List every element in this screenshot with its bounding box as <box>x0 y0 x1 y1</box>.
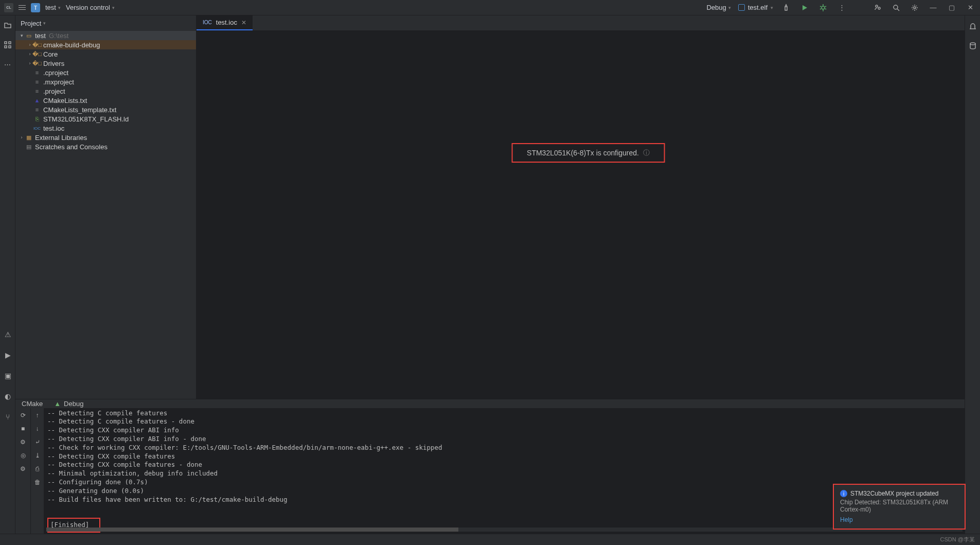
search-button[interactable] <box>890 2 902 13</box>
console-scrollbar[interactable] <box>46 528 963 532</box>
console-output[interactable]: -- Detecting C compile features-- Detect… <box>44 408 965 534</box>
structure-tool-button[interactable] <box>3 40 12 49</box>
project-badge: T <box>31 3 40 12</box>
tree-item-label: test.ioc <box>43 125 64 132</box>
tree-item-icon: ≡ <box>33 69 41 76</box>
more-tools-button[interactable]: ⋯ <box>3 60 12 69</box>
help-icon[interactable]: ⓘ <box>643 148 650 157</box>
tree-item-cmake-build-debug[interactable]: ›�□cmake-build-debug <box>15 40 196 49</box>
tree-item-icon: ≡ <box>33 88 41 94</box>
tree-item-label: STM32L051K8TX_FLASH.ld <box>43 115 129 123</box>
svg-point-2 <box>878 7 880 9</box>
project-view-dropdown[interactable]: Project ▾ <box>21 20 46 27</box>
console-line: -- Detecting CXX compile features <box>47 452 961 461</box>
tree-item--mxproject[interactable]: ≡.mxproject <box>15 77 196 86</box>
chevron-down-icon: ▾ <box>43 21 46 26</box>
tree-item-external-libraries[interactable]: ›▦External Libraries <box>15 133 196 142</box>
run-mode-dropdown[interactable]: Debug ▾ <box>706 4 730 11</box>
tree-item--project[interactable]: ≡.project <box>15 86 196 96</box>
tree-item-label: CMakeLists_template.txt <box>43 106 116 114</box>
watermark: CSDN @李某 <box>940 536 975 543</box>
tree-item-stm32l051k8tx-flash-ld[interactable]: ⎘STM32L051K8TX_FLASH.ld <box>15 114 196 124</box>
tree-item-icon: ≡ <box>33 107 41 113</box>
project-tool-button[interactable] <box>3 21 12 30</box>
config-icon <box>738 4 745 11</box>
tree-item-core[interactable]: ›�□Core <box>15 49 196 59</box>
tree-arrow-icon: › <box>19 135 25 140</box>
tab-test-ioc[interactable]: IOC test.ioc ✕ <box>197 15 253 30</box>
svg-rect-6 <box>9 42 11 44</box>
target-button[interactable]: ◎ <box>19 451 27 460</box>
tree-item-path: G:\test <box>49 32 68 40</box>
database-tool-button[interactable] <box>968 41 977 50</box>
settings-button[interactable] <box>909 2 920 13</box>
problems-button[interactable]: ⚠ <box>3 329 13 340</box>
console-line: -- Check for working CXX compiler: E:/to… <box>47 444 961 452</box>
editor-status-message: STM32L051K(6-8)Tx is configured. ⓘ <box>511 143 665 163</box>
info-icon: i <box>840 490 847 497</box>
git-button[interactable]: ⑂ <box>3 412 13 422</box>
code-with-me-button[interactable] <box>872 2 883 13</box>
terminal-button[interactable]: ▣ <box>3 371 13 381</box>
console-line: -- Detecting C compile features <box>47 409 961 418</box>
debug-button[interactable] <box>817 2 829 13</box>
up-button[interactable]: ↑ <box>33 411 42 419</box>
debug-tab[interactable]: ▲ Debug <box>54 400 83 408</box>
tree-item-test[interactable]: ▾▭testG:\test <box>15 31 196 40</box>
tree-item-label: .cproject <box>43 69 68 77</box>
app-logo: CL <box>4 3 13 12</box>
project-name: test <box>45 4 56 11</box>
project-dropdown[interactable]: test ▾ <box>45 4 61 11</box>
svg-rect-7 <box>5 46 7 48</box>
tree-item-cmakelists-txt[interactable]: ▲CMakeLists.txt <box>15 96 196 105</box>
print-button[interactable]: ⎙ <box>33 465 42 473</box>
chevron-down-icon: ▾ <box>728 5 731 10</box>
minimize-button[interactable]: — <box>928 2 939 13</box>
cmake-tool-button[interactable]: ⚙ <box>19 438 27 446</box>
tree-item-drivers[interactable]: ›�□Drivers <box>15 59 196 68</box>
main-menu-button[interactable] <box>19 5 26 10</box>
tree-item-scratches-and-consoles[interactable]: ▤Scratches and Consoles <box>15 142 196 151</box>
trash-button[interactable]: 🗑 <box>33 478 42 486</box>
build-button[interactable] <box>780 2 792 13</box>
tree-item-icon: ▭ <box>25 32 33 39</box>
cmake-tab-label: CMake <box>22 400 43 408</box>
svg-point-4 <box>914 7 916 9</box>
cmake-tab[interactable]: CMake <box>22 400 43 408</box>
chevron-down-icon: ▾ <box>58 5 61 10</box>
close-button[interactable]: ✕ <box>965 2 976 13</box>
tree-item-icon: ≡ <box>33 79 41 85</box>
run-config-dropdown[interactable]: test.elf ▾ <box>738 4 773 11</box>
toast-help-link[interactable]: Help <box>840 516 958 523</box>
tree-item--cproject[interactable]: ≡.cproject <box>15 68 196 77</box>
toast-title: STM32CubeMX project updated <box>850 490 938 497</box>
tree-item-cmakelists-template-txt[interactable]: ≡CMakeLists_template.txt <box>15 105 196 114</box>
chevron-down-icon: ▾ <box>112 5 115 10</box>
reload-button[interactable]: ⟳ <box>19 411 27 419</box>
console-line: -- Minimal optimization, debug info incl… <box>47 469 961 478</box>
console-line: -- Detecting CXX compiler ABI info - don… <box>47 435 961 444</box>
ioc-file-icon: IOC <box>203 20 212 25</box>
run-button[interactable] <box>799 2 810 13</box>
debug-tab-label: Debug <box>64 400 83 408</box>
soft-wrap-button[interactable]: ⤶ <box>33 438 42 446</box>
notifications-button[interactable] <box>968 22 977 31</box>
settings-tool-button[interactable]: ⚙ <box>19 465 27 473</box>
more-button[interactable]: ⋮ <box>836 2 847 13</box>
sidebar-title: Project <box>21 20 41 27</box>
tree-item-test-ioc[interactable]: IOCtest.ioc <box>15 124 196 133</box>
down-button[interactable]: ↓ <box>33 425 42 433</box>
scroll-to-end-button[interactable]: ⤓ <box>33 451 42 460</box>
services-button[interactable]: ▶ <box>3 350 13 360</box>
stop-button[interactable]: ■ <box>19 425 27 433</box>
console-line: -- Detecting C compile features - done <box>47 417 961 426</box>
tree-item-label: CMakeLists.txt <box>43 97 87 104</box>
tab-close-button[interactable]: ✕ <box>241 19 246 26</box>
todo-button[interactable]: ◐ <box>3 391 13 401</box>
tree-item-icon: IOC <box>33 126 41 131</box>
tab-label: test.ioc <box>216 19 237 26</box>
maximize-button[interactable]: ▢ <box>946 2 957 13</box>
svg-point-0 <box>822 6 825 9</box>
vcs-dropdown[interactable]: Version control ▾ <box>66 4 115 11</box>
console-line: -- Generating done (0.0s) <box>47 487 961 496</box>
